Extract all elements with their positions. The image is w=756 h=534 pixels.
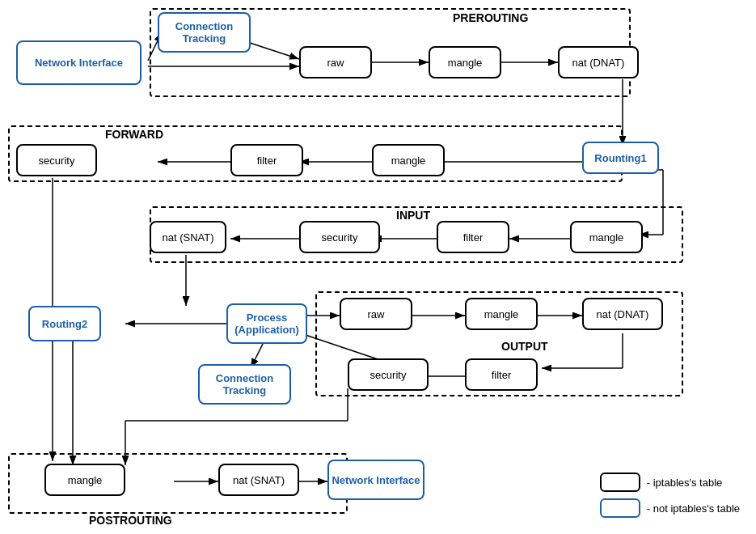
filter-fwd: filter	[230, 144, 303, 176]
prerouting-label: PREROUTING	[453, 11, 528, 24]
forward-region	[8, 125, 623, 182]
filter-in: filter	[437, 221, 509, 253]
mangle-out: mangle	[465, 298, 538, 330]
mangle-post: mangle	[44, 464, 125, 496]
legend-item-not-iptables: - not iptables's table	[600, 498, 740, 518]
mangle-fwd: mangle	[372, 144, 445, 176]
network-interface-top: Network Interface	[16, 40, 141, 85]
mangle-in: mangle	[570, 221, 643, 253]
forward-label: FORWARD	[105, 128, 163, 141]
input-label: INPUT	[396, 209, 430, 222]
connection-tracking-out: Connection Tracking	[198, 364, 291, 405]
mangle-pre: mangle	[429, 46, 501, 78]
filter-out: filter	[465, 358, 538, 391]
network-interface-post: Network Interface	[327, 460, 424, 500]
raw-out: raw	[340, 298, 412, 330]
security-out: security	[348, 358, 429, 391]
output-label: OUTPUT	[501, 340, 548, 353]
nat-dnat-pre: nat (DNAT)	[558, 46, 639, 78]
nat-snat-in: nat (SNAT)	[150, 221, 226, 253]
security-in: security	[299, 221, 380, 253]
routing1: Rounting1	[582, 142, 659, 174]
legend-iptables-label: - iptables's table	[647, 477, 723, 489]
legend-item-iptables: - iptables's table	[600, 473, 740, 492]
legend: - iptables's table - not iptables's tabl…	[600, 473, 740, 518]
legend-box-not-iptables	[600, 498, 640, 518]
process-app: Process (Application)	[226, 303, 307, 344]
connection-tracking-top: Connection Tracking	[158, 12, 251, 53]
postrouting-label: POSTROUTING	[89, 514, 172, 527]
nat-dnat-out: nat (DNAT)	[582, 298, 663, 330]
security-fwd: security	[16, 144, 97, 176]
raw-pre: raw	[299, 46, 372, 78]
nat-snat-post: nat (SNAT)	[218, 464, 299, 496]
legend-box-iptables	[600, 473, 640, 492]
routing2: Routing2	[28, 306, 101, 341]
legend-not-iptables-label: - not iptables's table	[647, 502, 740, 515]
diagram: PREROUTING FORWARD INPUT OUTPUT POSTROUT…	[0, 0, 756, 534]
